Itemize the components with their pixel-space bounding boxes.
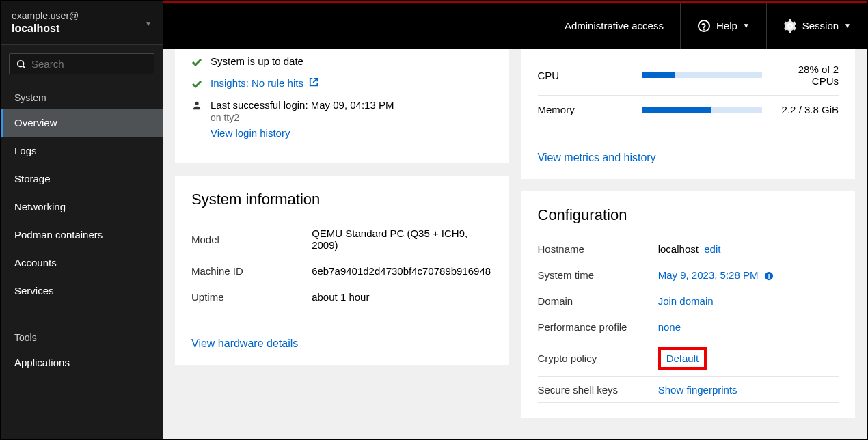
svg-point-3 [703,29,704,29]
perf-label: Performance profile [538,314,658,340]
chevron-down-icon: ▼ [145,20,152,27]
sidebar-item-storage[interactable]: Storage [1,165,163,193]
config-card: Configuration Hostname localhost edit Sy… [521,191,856,418]
login-tty: on tty2 [211,112,394,123]
sidebar-item-logs[interactable]: Logs [1,137,163,165]
cpu-label: CPU [538,70,634,81]
last-login: Last successful login: May 09, 04:13 PM [211,99,394,111]
svg-text:i: i [768,273,770,280]
join-domain-link[interactable]: Join domain [658,295,714,307]
hostname: localhost [12,23,152,35]
crypto-label: Crypto policy [538,340,658,377]
login-history-link[interactable]: View login history [211,127,394,139]
machineid-label: Machine ID [191,258,312,284]
search-input-wrap[interactable] [9,53,154,74]
svg-line-1 [23,66,26,68]
systime-label: System time [538,262,658,288]
session-menu[interactable]: Session ▼ [766,3,867,49]
health-uptodate: System is up to date [211,55,303,67]
ssh-fingerprints-link[interactable]: Show fingerprints [658,384,737,396]
perf-profile-link[interactable]: none [658,321,681,333]
sidebar-item-podman[interactable]: Podman containers [1,221,163,249]
metrics-link[interactable]: View metrics and history [538,152,839,164]
domain-label: Domain [538,288,658,314]
memory-value: 2.2 / 3.8 GiB [770,104,839,115]
systime-link[interactable]: May 9, 2023, 5:28 PM [658,269,759,281]
hostname-edit-link[interactable]: edit [704,243,720,255]
svg-point-4 [195,102,198,105]
memory-label: Memory [538,104,634,115]
usage-card: CPU 28% of 2 CPUs Memory 2.2 / 3.8 GiB V… [521,49,856,179]
sysinfo-title: System information [191,191,493,208]
chevron-down-icon: ▼ [844,22,851,29]
search-icon [16,59,26,69]
crypto-policy-link[interactable]: Default [666,353,699,364]
machineid-value: 6eb7a9401d2d4730bf4c70789b916948 [312,258,492,284]
uptime-value: about 1 hour [312,284,492,310]
username: example.user@ [12,10,152,21]
sidebar-item-applications[interactable]: Applications [1,348,163,376]
uptime-label: Uptime [191,284,312,310]
help-icon [697,19,711,33]
model-label: Model [191,221,312,258]
check-icon [191,57,202,68]
cpu-bar [642,72,763,78]
model-value: QEMU Standard PC (Q35 + ICH9, 2009) [312,221,492,258]
info-icon: i [764,269,774,281]
cpu-value: 28% of 2 CPUs [770,64,839,87]
sidebar-item-overview[interactable]: Overview [1,109,163,137]
hardware-details-link[interactable]: View hardware details [191,338,493,350]
health-card: System is up to date Insights: No rule h… [175,49,509,163]
sidebar-item-accounts[interactable]: Accounts [1,249,163,277]
user-icon [191,100,202,110]
nav-section-tools: Tools [1,327,163,348]
topbar: Administrative access Help ▼ Session ▼ [163,1,867,49]
external-link-icon [309,77,318,89]
insights-link[interactable]: Insights: No rule hits [211,77,303,89]
sidebar: example.user@ localhost ▼ System Overvie… [1,1,163,439]
hostname-label: Hostname [538,236,658,262]
help-menu[interactable]: Help ▼ [680,3,766,49]
sysinfo-card: System information ModelQEMU Standard PC… [175,176,509,365]
svg-point-0 [18,60,24,66]
hostname-value: localhost [658,243,699,255]
gear-icon [783,19,797,33]
sidebar-item-services[interactable]: Services [1,277,163,305]
user-selector[interactable]: example.user@ localhost ▼ [1,1,163,45]
crypto-highlight: Default [658,347,707,370]
nav-section-system: System [1,87,163,109]
chevron-down-icon: ▼ [743,22,750,29]
memory-bar [642,107,763,113]
config-title: Configuration [538,206,839,224]
admin-access-button[interactable]: Administrative access [548,3,680,49]
sidebar-item-networking[interactable]: Networking [1,193,163,221]
ssh-label: Secure shell keys [538,377,658,403]
check-icon [191,79,202,90]
search-input[interactable] [31,58,147,70]
